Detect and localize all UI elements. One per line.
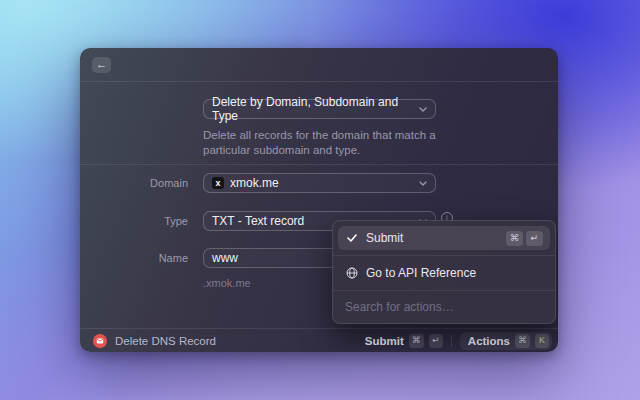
popup-item-api-reference[interactable]: Go to API Reference [338,261,550,285]
popup-item-label: Submit [366,231,403,245]
domain-label: Domain [110,177,188,189]
command-name: Delete DNS Record [115,335,216,347]
cmd-key: ⌘ [506,231,523,246]
actions-button[interactable]: Actions ⌘ K [460,332,552,350]
status-bar: Delete DNS Record Submit ⌘ ↵ Actions ⌘ K [80,328,558,352]
mode-description: Delete all records for the domain that m… [203,128,459,157]
desktop-background: ← Delete by Domain, Subdomain and Type D… [0,0,640,400]
popup-item-label: Go to API Reference [366,266,476,280]
domain-select[interactable]: x xmok.me [203,173,436,193]
submit-button[interactable]: Submit [365,335,404,347]
chevron-down-icon [419,181,427,186]
name-hint: .xmok.me [203,277,251,289]
actions-button-label: Actions [468,335,510,347]
name-label: Name [110,252,188,264]
type-value: TXT - Text record [212,214,304,228]
divider [451,335,452,347]
mode-select-value: Delete by Domain, Subdomain and Type [212,95,419,123]
return-key: ↵ [526,231,543,246]
back-button[interactable]: ← [92,57,111,73]
popup-item-submit[interactable]: Submit ⌘ ↵ [338,226,550,250]
domain-value: xmok.me [230,176,279,190]
window-header: ← [80,48,558,82]
divider [333,255,555,256]
k-key: K [535,334,549,348]
mode-select[interactable]: Delete by Domain, Subdomain and Type [203,99,436,119]
globe-icon [345,267,359,279]
name-value: www [212,251,238,265]
actions-search-input[interactable] [345,300,545,314]
check-icon [345,234,359,242]
chevron-down-icon [419,107,427,112]
actions-popup: Submit ⌘ ↵ Go to API Reference [332,220,556,324]
divider [333,290,555,291]
return-key: ↵ [429,334,443,348]
back-icon: ← [96,59,107,70]
cmd-key: ⌘ [409,334,424,348]
cmd-key: ⌘ [515,334,530,348]
domain-favicon-icon: x [212,177,224,189]
type-label: Type [110,215,188,227]
extension-icon [93,334,107,348]
divider [80,164,558,165]
raycast-window: ← Delete by Domain, Subdomain and Type D… [80,48,558,352]
